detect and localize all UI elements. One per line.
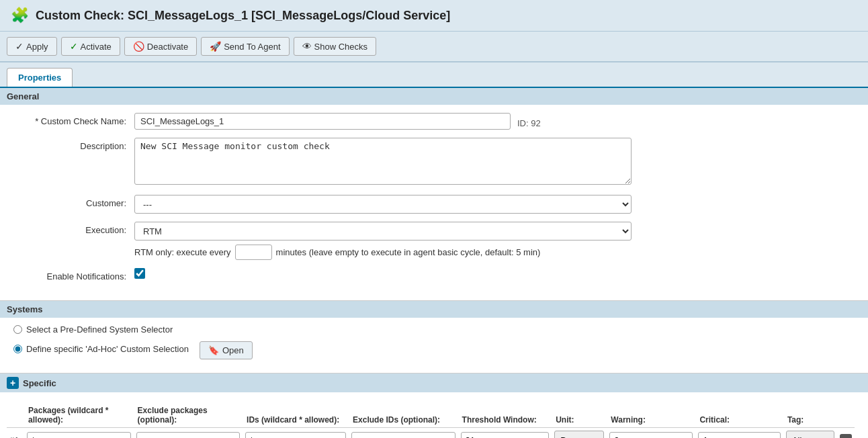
exclude-ids-cell <box>349 428 458 439</box>
table-row: #1: <box>7 428 855 439</box>
deactivate-icon: 🚫 <box>133 41 144 52</box>
activate-icon: ✓ <box>70 41 78 52</box>
puzzle-icon: 🧩 <box>11 7 29 24</box>
exclude-ids-input[interactable] <box>351 432 455 439</box>
activate-button[interactable]: ✓ Activate <box>61 37 120 56</box>
show-checks-label: Show Checks <box>314 42 367 52</box>
exclude-packages-cell <box>134 428 243 439</box>
apply-button[interactable]: ✓ Apply <box>7 37 57 56</box>
id-label: ID: 92 <box>517 115 541 128</box>
adhoc-radio-label: Define specific 'Ad-Hoc' Custom Selectio… <box>26 344 189 354</box>
warning-cell <box>607 428 695 439</box>
enable-notifications-checkbox[interactable] <box>134 268 145 279</box>
page-title: Custom Check: SCI_MessageLogs_1 [SCI_Mes… <box>36 9 450 23</box>
adhoc-radio[interactable] <box>13 345 22 353</box>
open-label: Open <box>222 345 244 355</box>
custom-check-name-label: * Custom Check Name: <box>13 113 134 126</box>
specific-section-label: Specific <box>23 378 56 388</box>
general-section-header: General <box>0 88 868 105</box>
systems-section-header: Systems <box>0 301 868 318</box>
rtm-note-suffix: minutes (leave empty to execute in agent… <box>276 247 541 257</box>
description-input[interactable]: New SCI Message monitor custom check <box>134 138 632 185</box>
col-ids-header: IDs (wildcard * allowed): <box>243 402 349 428</box>
rtm-note-prefix: RTM only: execute every <box>134 247 231 257</box>
enable-notifications-control <box>134 268 632 279</box>
critical-input[interactable] <box>698 432 780 439</box>
col-exclude-ids-header: Exclude IDs (optional): <box>349 402 458 428</box>
tag-select[interactable]: All <box>786 431 834 438</box>
unit-cell: Days Hours Minutes <box>552 428 607 439</box>
col-num-header <box>7 402 24 428</box>
custom-check-name-control: ID: 92 <box>134 113 632 130</box>
predefined-radio-row: Select a Pre-Defined System Selector <box>13 324 855 335</box>
execution-row: Execution: RTM RTM only: execute every m… <box>13 222 855 260</box>
page-header: 🧩 Custom Check: SCI_MessageLogs_1 [SCI_M… <box>0 0 868 32</box>
toolbar: ✓ Apply ✓ Activate 🚫 Deactivate 🚀 Send T… <box>0 32 868 62</box>
deactivate-button[interactable]: 🚫 Deactivate <box>124 37 197 56</box>
description-control: New SCI Message monitor custom check <box>134 138 632 187</box>
customer-select[interactable]: --- <box>134 195 632 214</box>
remove-row-button[interactable]: − <box>840 434 852 438</box>
remove-cell: − <box>837 428 855 439</box>
specific-section: Packages (wildcard * allowed): Exclude p… <box>0 392 868 438</box>
adhoc-radio-row: Define specific 'Ad-Hoc' Custom Selectio… <box>13 339 855 359</box>
col-exclude-packages-header: Exclude packages (optional): <box>134 402 243 428</box>
customer-label: Customer: <box>13 195 134 208</box>
systems-section: Select a Pre-Defined System Selector Def… <box>0 318 868 374</box>
description-row: Description: New SCI Message monitor cus… <box>13 138 855 187</box>
add-row-button[interactable]: + <box>7 377 19 389</box>
tab-properties[interactable]: Properties <box>7 68 73 87</box>
open-icon: 🔖 <box>208 345 219 355</box>
col-warning-header: Warning: <box>607 402 695 428</box>
predefined-radio[interactable] <box>13 325 22 334</box>
tab-bar: Properties <box>0 62 868 88</box>
critical-cell <box>695 428 783 439</box>
send-to-agent-label: Send To Agent <box>224 42 280 52</box>
specific-table: Packages (wildcard * allowed): Exclude p… <box>7 402 855 438</box>
row-num: #1: <box>7 428 24 439</box>
ids-input[interactable] <box>245 432 346 439</box>
warning-input[interactable] <box>609 432 693 439</box>
customer-control: --- <box>134 195 632 214</box>
show-checks-button[interactable]: 👁 Show Checks <box>294 37 376 56</box>
description-label: Description: <box>13 138 134 151</box>
col-critical-header: Critical: <box>695 402 783 428</box>
custom-check-name-input[interactable] <box>134 113 511 130</box>
col-packages-header: Packages (wildcard * allowed): <box>24 402 134 428</box>
custom-check-name-row: * Custom Check Name: ID: 92 <box>13 113 855 130</box>
col-remove-header <box>837 402 855 428</box>
exclude-packages-input[interactable] <box>136 432 241 439</box>
table-header-row: Packages (wildcard * allowed): Exclude p… <box>7 402 855 428</box>
execution-label: Execution: <box>13 222 134 235</box>
send-to-agent-button[interactable]: 🚀 Send To Agent <box>201 37 289 56</box>
show-checks-icon: 👁 <box>302 41 312 52</box>
threshold-input[interactable] <box>461 432 550 439</box>
customer-row: Customer: --- <box>13 195 855 214</box>
rtm-minutes-input[interactable] <box>235 245 272 260</box>
specific-section-header: + Specific <box>0 374 868 392</box>
apply-label: Apply <box>26 42 48 52</box>
enable-notifications-label: Enable Notifications: <box>13 268 134 281</box>
predefined-radio-label: Select a Pre-Defined System Selector <box>26 324 173 335</box>
open-button[interactable]: 🔖 Open <box>200 341 253 359</box>
packages-input[interactable] <box>27 432 131 439</box>
rtm-note: RTM only: execute every minutes (leave e… <box>134 245 632 260</box>
threshold-cell <box>458 428 552 439</box>
apply-icon: ✓ <box>15 41 24 52</box>
unit-select[interactable]: Days Hours Minutes <box>554 431 604 438</box>
content-area: General * Custom Check Name: ID: 92 Desc… <box>0 88 868 438</box>
col-tag-header: Tag: <box>783 402 837 428</box>
col-unit-header: Unit: <box>552 402 607 428</box>
enable-notifications-row: Enable Notifications: <box>13 268 855 281</box>
activate-label: Activate <box>81 42 112 52</box>
send-icon: 🚀 <box>210 41 221 52</box>
packages-cell <box>24 428 134 439</box>
tag-cell: All <box>783 428 837 439</box>
general-section: * Custom Check Name: ID: 92 Description:… <box>0 105 868 301</box>
execution-select[interactable]: RTM <box>134 222 632 240</box>
execution-control: RTM RTM only: execute every minutes (lea… <box>134 222 632 260</box>
ids-cell <box>243 428 349 439</box>
deactivate-label: Deactivate <box>147 42 188 52</box>
col-threshold-header: Threshold Window: <box>458 402 552 428</box>
